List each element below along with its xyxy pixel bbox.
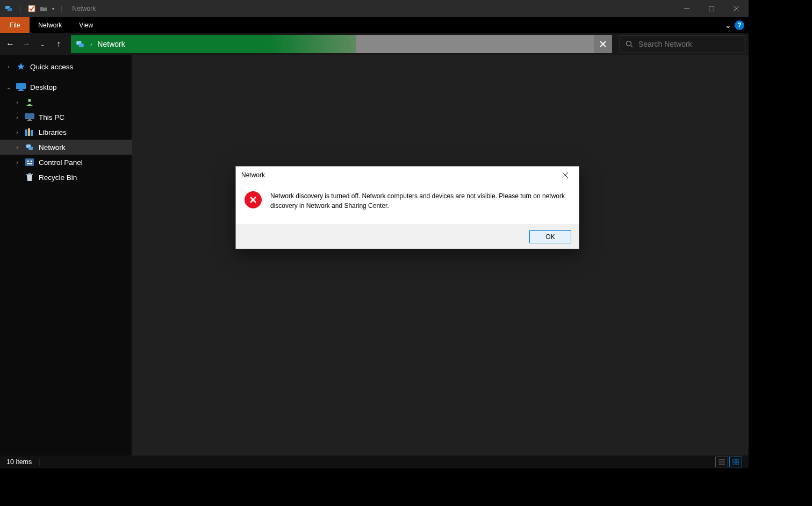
ribbon-tabs: File Network View ⌄ ? <box>0 17 749 33</box>
status-bar: 10 items | <box>0 456 749 468</box>
tab-view[interactable]: View <box>70 17 102 33</box>
tree-label: Network <box>39 143 66 151</box>
separator: | <box>19 5 21 12</box>
svg-rect-22 <box>31 130 33 136</box>
svg-rect-17 <box>25 113 34 119</box>
network-icon <box>4 4 13 13</box>
tree-label: This PC <box>39 113 64 121</box>
svg-line-12 <box>631 46 633 48</box>
chevron-down-icon[interactable]: ⌄ <box>5 84 12 90</box>
chevron-right-icon[interactable]: › <box>14 114 20 120</box>
svg-point-27 <box>31 161 32 162</box>
svg-rect-14 <box>19 89 23 90</box>
expand-ribbon-icon[interactable]: ⌄ <box>725 21 731 30</box>
svg-rect-20 <box>25 129 27 136</box>
chevron-right-icon[interactable]: › <box>90 41 92 47</box>
window-title: Network <box>72 5 96 12</box>
up-button[interactable]: ↑ <box>52 37 66 51</box>
maximize-button[interactable] <box>699 0 724 17</box>
quick-access-toolbar: | ▾ | Network <box>0 4 96 13</box>
tree-label: Desktop <box>30 83 57 91</box>
tree-label: Recycle Bin <box>39 174 77 182</box>
svg-rect-21 <box>28 128 30 136</box>
separator: | <box>38 458 40 466</box>
ok-button[interactable]: OK <box>529 230 571 243</box>
error-dialog: Network Network discovery is turned off.… <box>235 166 579 249</box>
dialog-titlebar[interactable]: Network <box>236 167 579 184</box>
large-icons-view-toggle[interactable] <box>729 457 742 467</box>
view-toggles <box>715 457 742 467</box>
tree-control-panel[interactable]: › Control Panel <box>0 155 132 170</box>
dialog-title-text: Network <box>241 171 265 179</box>
tree-label: Control Panel <box>39 158 83 167</box>
forward-button[interactable]: → <box>19 37 33 51</box>
tree-quick-access[interactable]: › Quick access <box>0 59 132 74</box>
svg-rect-30 <box>28 173 31 174</box>
address-bar[interactable]: › Network <box>71 35 612 53</box>
chevron-right-icon[interactable]: › <box>5 64 12 70</box>
address-bar-empty[interactable] <box>356 35 594 53</box>
search-icon <box>626 40 633 48</box>
tree-user[interactable]: › <box>0 95 132 110</box>
breadcrumb-network[interactable]: Network <box>97 40 125 48</box>
tree-label: Quick access <box>30 63 73 71</box>
svg-rect-1 <box>8 8 12 11</box>
recycle-bin-icon <box>25 173 34 182</box>
tree-libraries[interactable]: › Libraries <box>0 125 132 140</box>
tree-recycle-bin[interactable]: › Recycle Bin <box>0 170 132 185</box>
stop-refresh-button[interactable] <box>594 35 612 53</box>
control-panel-icon <box>25 158 34 167</box>
svg-rect-35 <box>736 459 739 461</box>
svg-rect-13 <box>16 83 26 89</box>
svg-point-11 <box>627 41 631 46</box>
svg-rect-36 <box>732 462 735 465</box>
recent-locations-button[interactable]: ⌄ <box>35 37 49 51</box>
properties-icon[interactable] <box>27 4 36 13</box>
user-icon <box>25 98 34 106</box>
svg-rect-37 <box>736 462 739 465</box>
network-icon <box>75 39 85 49</box>
svg-rect-4 <box>709 6 714 11</box>
svg-rect-34 <box>732 459 735 461</box>
svg-rect-25 <box>25 158 34 166</box>
dialog-content: Network discovery is turned off. Network… <box>236 184 579 225</box>
content-pane[interactable] <box>132 55 749 456</box>
tree-network[interactable]: › Network <box>0 140 132 155</box>
search-input[interactable] <box>638 40 739 48</box>
tree-desktop[interactable]: ⌄ Desktop <box>0 79 132 95</box>
dialog-close-button[interactable] <box>557 169 573 182</box>
tree-label: Libraries <box>39 128 67 136</box>
qat-dropdown-icon[interactable]: ▾ <box>52 6 54 11</box>
navigation-bar: ← → ⌄ ↑ › Network <box>0 33 749 55</box>
network-icon <box>25 143 34 151</box>
new-folder-icon[interactable] <box>39 4 48 13</box>
dialog-message: Network discovery is turned off. Network… <box>270 191 570 211</box>
navigation-pane[interactable]: › Quick access ⌄ Desktop › <box>0 55 132 456</box>
details-view-toggle[interactable] <box>715 457 728 467</box>
svg-point-16 <box>28 99 31 102</box>
pc-icon <box>25 113 34 121</box>
svg-rect-28 <box>27 163 32 164</box>
address-bar-progress: › Network <box>71 35 356 53</box>
error-icon <box>245 191 262 208</box>
svg-rect-15 <box>18 90 24 91</box>
svg-rect-18 <box>27 120 32 121</box>
chevron-right-icon[interactable]: › <box>14 144 20 150</box>
tree-this-pc[interactable]: › This PC <box>0 110 132 125</box>
svg-rect-8 <box>79 44 84 47</box>
chevron-right-icon[interactable]: › <box>14 129 20 135</box>
help-icon[interactable]: ? <box>735 20 744 30</box>
tab-network[interactable]: Network <box>30 17 70 33</box>
chevron-right-icon[interactable]: › <box>14 160 20 165</box>
explorer-window: | ▾ | Network File Network View ⌄ ? ← <box>0 0 749 468</box>
search-box[interactable] <box>620 35 745 53</box>
chevron-right-icon[interactable]: › <box>14 99 20 105</box>
svg-rect-24 <box>28 147 33 150</box>
svg-point-26 <box>27 161 29 162</box>
desktop-icon <box>16 83 26 91</box>
close-button[interactable] <box>724 0 749 17</box>
file-tab[interactable]: File <box>0 17 30 33</box>
svg-rect-29 <box>26 174 33 175</box>
minimize-button[interactable] <box>674 0 699 17</box>
back-button[interactable]: ← <box>3 37 17 51</box>
